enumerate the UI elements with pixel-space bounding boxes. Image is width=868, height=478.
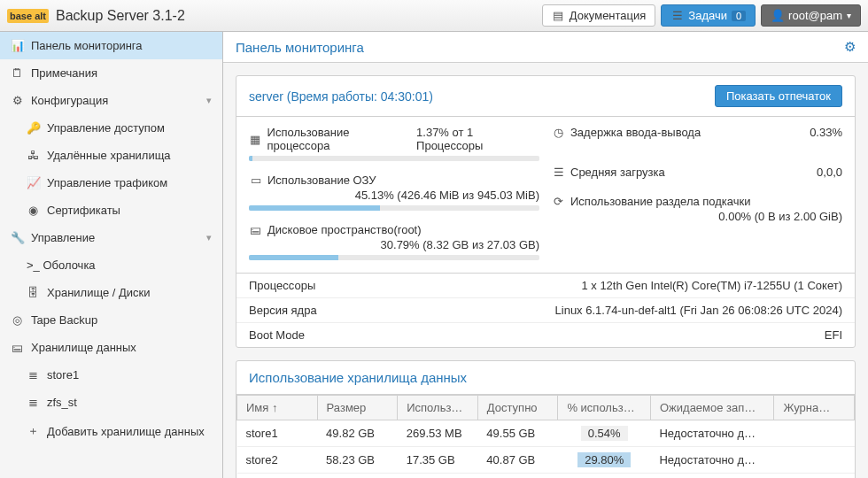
- datastore-title: Использование хранилища данных: [236, 361, 855, 395]
- stats-grid: ▦ Использование процессора 1.37% от 1 Пр…: [236, 117, 855, 273]
- col-header[interactable]: Использо…: [398, 396, 478, 420]
- cell-name: store1: [237, 420, 318, 447]
- nav-icon: 📈: [27, 176, 40, 189]
- panel-title: Панель мониторинга: [236, 40, 364, 55]
- nav-icon: 🔑: [27, 121, 40, 135]
- col-header[interactable]: Журна…: [774, 396, 855, 420]
- io-label: Задержка ввода-вывода: [570, 126, 701, 139]
- nav-icon: ≣: [27, 396, 40, 409]
- tasks-button[interactable]: ☰ Задачи 0: [661, 4, 756, 27]
- nav-label: Управление: [31, 231, 95, 244]
- cpu-label: Использование процессора: [267, 126, 412, 152]
- sidebar-item-8[interactable]: >_ Оболочка: [0, 251, 222, 279]
- nav-icon: 📊: [11, 39, 24, 52]
- sidebar-item-7[interactable]: 🔧Управление▾: [0, 224, 222, 251]
- sidebar-item-11[interactable]: 🖴Хранилище данных: [0, 334, 222, 361]
- table-row[interactable]: store258.23 GB17.35 GB40.87 GB29.80%Недо…: [237, 447, 855, 474]
- user-menu-button[interactable]: 👤 root@pam ▾: [761, 4, 861, 27]
- ram-value: 45.13% (426.46 MiB из 945.03 MiB): [249, 189, 539, 202]
- sidebar-item-0[interactable]: 📊Панель мониторинга: [0, 32, 222, 59]
- cpu-icon: ▦: [249, 133, 262, 146]
- kv-row: Процессоры1 x 12th Gen Intel(R) Core(TM)…: [236, 274, 855, 297]
- nav-label: Управление трафиком: [47, 176, 167, 189]
- swap-row: ⟳ Использование раздела подкачки 0.00% (…: [552, 195, 842, 223]
- nav-icon: 🔧: [11, 231, 24, 244]
- table-row[interactable]: zfs_st155.02 GB25.56 MB155.00 GB0.02%Нед…: [237, 474, 855, 479]
- show-fingerprint-button[interactable]: Показать отпечаток: [715, 85, 842, 107]
- chevron-down-icon: ▾: [206, 232, 212, 243]
- user-label: root@pam: [788, 9, 842, 22]
- load-value: 0,0,0: [817, 166, 842, 179]
- cell-log: [774, 474, 855, 479]
- nav-label: Управление доступом: [47, 121, 165, 135]
- sidebar-item-6[interactable]: ◉Сертификаты: [0, 197, 222, 224]
- server-card-header: server (Время работы: 04:30:01) Показать…: [236, 76, 855, 117]
- kv-key: Процессоры: [249, 279, 315, 292]
- sidebar-item-9[interactable]: 🗄Хранилище / Диски: [0, 279, 222, 306]
- load-avg-row: ☰ Средняя загрузка 0,0,0: [552, 166, 842, 179]
- kv-row: Версия ядраLinux 6.1.74-un-def-alt1 (Fri…: [236, 297, 855, 322]
- cell-avail: 155.00 GB: [477, 474, 558, 479]
- col-header[interactable]: Доступно: [477, 396, 558, 420]
- cell-log: [774, 447, 855, 474]
- col-header[interactable]: % использ…: [558, 396, 651, 420]
- list-icon: ☰: [670, 9, 684, 22]
- cell-used: 269.53 MB: [398, 420, 478, 447]
- sidebar-item-3[interactable]: 🔑Управление доступом: [0, 114, 222, 142]
- sidebar-item-12[interactable]: ≣store1: [0, 361, 222, 389]
- documentation-button[interactable]: ▤ Документация: [542, 4, 656, 27]
- content-area: Панель мониторинга ⚙ server (Время работ…: [223, 32, 868, 478]
- nav-label: store1: [47, 368, 79, 382]
- nav-label: Добавить хранилище данных: [47, 425, 205, 438]
- bars-icon: ☰: [552, 166, 565, 179]
- nav-icon: 🖴: [11, 341, 24, 354]
- io-delay-row: ◷ Задержка ввода-вывода 0.33%: [552, 126, 842, 139]
- app-title: Backup Server 3.1-2: [56, 8, 537, 24]
- nav-label: Хранилище / Диски: [47, 286, 151, 299]
- cell-est: Недостаточно д…: [650, 420, 773, 447]
- cell-name: store2: [237, 447, 318, 474]
- disk-bar: [249, 255, 539, 260]
- nav-label: zfs_st: [47, 396, 77, 409]
- server-status-card: server (Время работы: 04:30:01) Показать…: [236, 75, 856, 348]
- col-header[interactable]: Имя ↑: [237, 396, 318, 420]
- col-header[interactable]: Ожидаемое зап…: [650, 396, 773, 420]
- refresh-icon: ⟳: [552, 195, 565, 208]
- gear-icon[interactable]: ⚙: [844, 39, 856, 55]
- sidebar-item-13[interactable]: ≣zfs_st: [0, 389, 222, 416]
- table-row[interactable]: store149.82 GB269.53 MB49.55 GB0.54%Недо…: [237, 420, 855, 447]
- io-value: 0.33%: [810, 126, 842, 139]
- nav-label: Удалённые хранилища: [47, 149, 171, 162]
- clock-icon: ◷: [552, 126, 565, 139]
- kv-val: EFI: [825, 328, 842, 342]
- sidebar-item-14[interactable]: ＋Добавить хранилище данных: [0, 416, 222, 446]
- cell-pct: 0.02%: [558, 474, 651, 479]
- cell-used: 25.56 MB: [398, 474, 478, 479]
- sidebar-item-4[interactable]: 🖧Удалённые хранилища: [0, 142, 222, 169]
- nav-label: Примечания: [31, 66, 97, 80]
- server-title: server (Время работы: 04:30:01): [249, 89, 433, 104]
- kv-key: Версия ядра: [249, 304, 317, 317]
- cell-avail: 40.87 GB: [477, 447, 558, 474]
- nav-label: Сертификаты: [47, 204, 120, 217]
- nav-icon: 🗄: [27, 286, 40, 299]
- col-header[interactable]: Размер: [317, 396, 398, 420]
- disk-icon: 🖴: [249, 223, 262, 236]
- cpu-value: 1.37% от 1 Процессоры: [416, 126, 539, 152]
- cell-name: zfs_st: [237, 474, 318, 479]
- cell-est: Недостаточно д…: [650, 447, 773, 474]
- sidebar-item-5[interactable]: 📈Управление трафиком: [0, 169, 222, 197]
- sidebar-item-10[interactable]: ◎Tape Backup: [0, 306, 222, 334]
- cell-log: [774, 420, 855, 447]
- sidebar-item-2[interactable]: ⚙Конфигурация▾: [0, 87, 222, 114]
- cell-size: 49.82 GB: [317, 420, 398, 447]
- ram-bar: [249, 205, 539, 211]
- logo: base alt: [7, 9, 49, 23]
- chevron-down-icon: ▾: [847, 11, 851, 20]
- swap-value: 0.00% (0 B из 2.00 GiB): [552, 210, 842, 223]
- sidebar-item-1[interactable]: 🗒Примечания: [0, 59, 222, 87]
- cpu-usage-row: ▦ Использование процессора 1.37% от 1 Пр…: [249, 126, 539, 161]
- user-icon: 👤: [771, 9, 784, 22]
- chevron-down-icon: ▾: [206, 95, 212, 106]
- nav-icon: ≣: [27, 368, 40, 382]
